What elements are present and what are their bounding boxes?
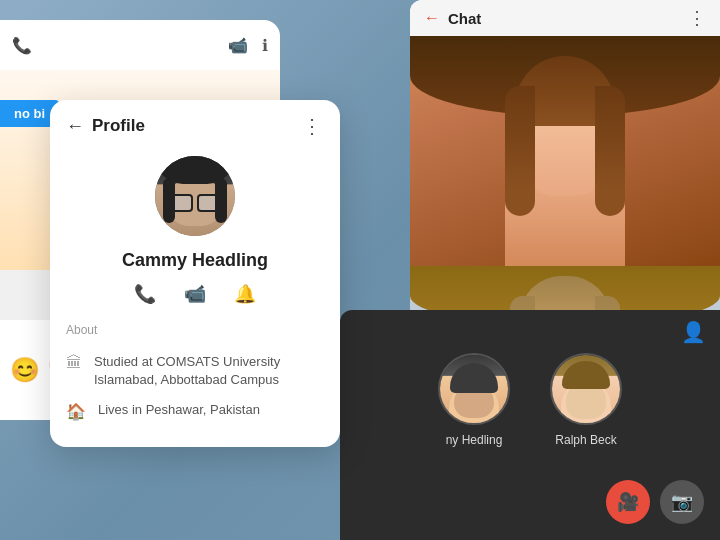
avatar-circle-1 [438, 353, 510, 425]
user-icon: 👤 [681, 321, 706, 343]
avatar-face-2 [552, 355, 620, 423]
avatar-name-2: Ralph Beck [555, 433, 616, 447]
camera-icon: 🎥 [617, 491, 639, 513]
back-arrow-icon: ← [66, 116, 84, 137]
profile-avatar-wrap [50, 156, 340, 236]
snapshot-control-button[interactable]: 📷 [660, 480, 704, 524]
chat-back-icon[interactable]: ← [424, 9, 440, 27]
profile-notification-icon[interactable]: 🔔 [234, 283, 256, 305]
profile-video-icon[interactable]: 📹 [184, 283, 206, 305]
avatar-face-1 [440, 355, 508, 423]
profile-info-row-education: 🏛 Studied at COMSATS University Islamaba… [50, 347, 340, 395]
profile-avatar[interactable] [155, 156, 235, 236]
avatar-circle-2 [550, 353, 622, 425]
phone-icon[interactable]: 📞 [12, 36, 32, 55]
chat-header: ← Chat ⋮ [410, 0, 720, 36]
education-icon: 🏛 [66, 354, 82, 372]
video-avatar-item: Ralph Beck [550, 353, 622, 447]
profile-education-text: Studied at COMSATS University Islamabad,… [94, 353, 324, 389]
chat-title: Chat [448, 10, 481, 27]
video-icon[interactable]: 📹 [228, 36, 248, 55]
profile-card: ← Profile ⋮ Cammy Headling 📞 📹 🔔 About [50, 100, 340, 447]
profile-avatar-face [155, 156, 235, 236]
profile-info-row-location: 🏠 Lives in Peshawar, Pakistan [50, 395, 340, 427]
profile-name: Cammy Headling [50, 250, 340, 271]
profile-phone-icon[interactable]: 📞 [134, 283, 156, 305]
profile-location-text: Lives in Peshawar, Pakistan [98, 401, 260, 419]
video-call-header: 👤 [681, 320, 706, 344]
video-controls: 🎥 📷 [606, 480, 704, 524]
chat-top-face [410, 36, 720, 266]
glasses-icon [169, 194, 221, 210]
profile-actions: 📞 📹 🔔 [50, 283, 340, 305]
emoji-1: 😊 [10, 356, 40, 384]
avatar-name-1: ny Hedling [446, 433, 503, 447]
camera-control-button[interactable]: 🎥 [606, 480, 650, 524]
info-icon[interactable]: ℹ [262, 36, 268, 55]
profile-back-button[interactable]: ← Profile [66, 116, 145, 137]
snapshot-icon: 📷 [671, 491, 693, 513]
video-avatars-container: ny Hedling Ralph Beck [340, 310, 720, 470]
video-avatar-item: ny Hedling [438, 353, 510, 447]
chat-photo-top [410, 36, 720, 266]
chat-more-icon[interactable]: ⋮ [688, 7, 706, 29]
profile-about-label: About [50, 323, 340, 337]
profile-title: Profile [92, 116, 145, 136]
main-card-header: 📞 📹 ℹ [0, 20, 280, 70]
video-call-screen: 👤 ny Hedling Ralph Beck 🎥 [340, 310, 720, 540]
profile-more-icon[interactable]: ⋮ [302, 114, 324, 138]
location-icon: 🏠 [66, 402, 86, 421]
profile-header: ← Profile ⋮ [50, 100, 340, 146]
